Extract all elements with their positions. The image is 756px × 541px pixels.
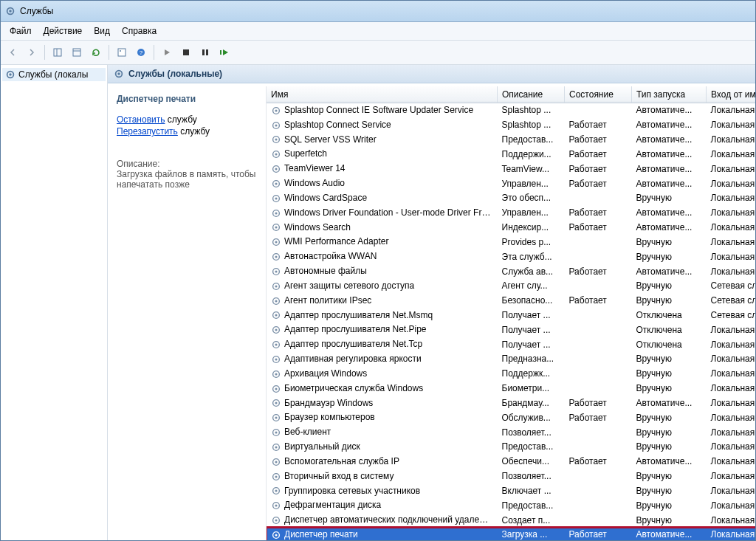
svg-point-59	[275, 402, 277, 404]
col-desc[interactable]: Описание	[498, 86, 565, 103]
svg-point-57	[275, 387, 277, 390]
description-label: Описание:	[117, 159, 257, 169]
service-row[interactable]: Агент политики IPsecБезопасно...Работает…	[267, 293, 755, 308]
refresh-button[interactable]	[87, 44, 105, 61]
menu-file[interactable]: Файл	[4, 24, 38, 38]
service-row[interactable]: Дефрагментация дискаПредостав...ВручнуюЛ…	[267, 498, 755, 513]
forward-button[interactable]	[23, 44, 41, 61]
service-row[interactable]: Виртуальный дискПредостав...ВручнуюЛокал…	[267, 440, 755, 455]
svg-rect-6	[118, 49, 126, 56]
service-row[interactable]: Диспетчер автоматических подключений уда…	[267, 513, 755, 528]
svg-point-45	[275, 300, 277, 302]
service-row[interactable]: Архивация WindowsПоддержк...ВручнуюЛокал…	[267, 366, 755, 381]
svg-point-65	[275, 446, 277, 448]
service-row[interactable]: Адаптер прослушивателя Net.PipeПолучает …	[267, 323, 755, 337]
titlebar: Службы	[1, 1, 755, 22]
svg-point-61	[275, 417, 277, 419]
show-hide-tree-button[interactable]	[49, 44, 66, 61]
export-list-button[interactable]	[68, 44, 86, 61]
description-text: Загрузка файлов в память, чтобы напечата…	[117, 169, 257, 190]
service-row[interactable]: Вспомогательная служба IPОбеспечи...Рабо…	[267, 454, 755, 469]
service-row[interactable]: Адаптивная регулировка яркостиПредназна.…	[267, 352, 755, 367]
service-row[interactable]: Адаптер прослушивателя Net.TcpПолучает .…	[267, 337, 755, 352]
properties-button[interactable]	[113, 44, 131, 61]
services-grid[interactable]: Имя Описание Состояние Тип запуска Вход …	[267, 86, 755, 540]
svg-rect-11	[202, 49, 205, 55]
tree-root-item[interactable]: Службы (локалы	[2, 68, 106, 81]
service-row[interactable]: Биометрическая служба WindowsБиометри...…	[267, 381, 755, 396]
svg-point-51	[275, 344, 277, 346]
svg-point-31	[275, 197, 277, 199]
stop-link[interactable]: Остановить	[117, 114, 165, 125]
detail-pane: Диспетчер печати Остановить службу Перез…	[108, 86, 267, 540]
svg-point-39	[275, 256, 277, 258]
svg-point-75	[275, 519, 277, 521]
service-row[interactable]: Windows SearchИндексир...РаботаетАвтомат…	[267, 220, 755, 235]
window-title: Службы	[20, 6, 53, 16]
back-button[interactable]	[4, 44, 21, 61]
svg-point-63	[275, 431, 277, 433]
service-row[interactable]: Splashtop Connect IE Software Updater Se…	[267, 103, 755, 118]
col-start[interactable]: Тип запуска	[632, 86, 707, 103]
service-row[interactable]: Веб-клиентПозволяет...ВручнуюЛокальная с…	[267, 425, 755, 440]
svg-point-37	[275, 241, 277, 244]
app-icon	[5, 6, 16, 16]
service-row[interactable]: SQL Server VSS WriterПредостав...Работае…	[267, 132, 755, 147]
gear-icon	[5, 69, 16, 80]
service-row[interactable]: Браузер компьютеровОбслужив...РаботаетВр…	[267, 410, 755, 425]
svg-point-35	[275, 227, 277, 229]
col-name[interactable]: Имя	[267, 86, 498, 103]
col-logon[interactable]: Вход от имени	[707, 86, 756, 103]
service-row[interactable]: Автономные файлыСлужба ав...РаботаетАвто…	[267, 264, 755, 279]
panel-header: Службы (локальные)	[108, 65, 755, 83]
service-row[interactable]: WMI Performance AdapterProvides p...Вруч…	[267, 235, 755, 249]
svg-point-47	[275, 314, 277, 317]
svg-rect-2	[54, 49, 61, 56]
tree-pane: Службы (локалы	[1, 65, 108, 540]
menubar: Файл Действие Вид Справка	[1, 22, 755, 41]
svg-point-67	[275, 461, 277, 463]
col-state[interactable]: Состояние	[565, 86, 632, 103]
menu-action[interactable]: Действие	[38, 24, 89, 38]
svg-point-55	[275, 373, 277, 375]
help-button[interactable]: ?	[132, 44, 150, 61]
service-row[interactable]: Автонастройка WWANЭта служб...ВручнуюЛок…	[267, 249, 755, 264]
svg-point-43	[275, 285, 277, 287]
service-row[interactable]: Windows AudioУправлен...РаботаетАвтомати…	[267, 176, 755, 191]
tree-root-label: Службы (локалы	[18, 69, 88, 80]
svg-point-19	[275, 109, 277, 111]
service-row[interactable]: SuperfetchПоддержи...РаботаетАвтоматиче.…	[267, 147, 755, 162]
service-row[interactable]: Windows Driver Foundation - User-mode Dr…	[267, 205, 755, 220]
svg-text:?: ?	[140, 49, 143, 56]
svg-point-71	[275, 490, 277, 492]
restart-service-button[interactable]	[216, 44, 233, 61]
svg-point-29	[275, 182, 277, 185]
svg-point-17	[117, 72, 120, 75]
svg-point-27	[275, 168, 277, 170]
service-row[interactable]: Агент защиты сетевого доступаАгент слу..…	[267, 278, 755, 293]
service-row[interactable]: Диспетчер печатиЗагрузка ...РаботаетАвто…	[267, 528, 755, 540]
gear-icon	[114, 69, 124, 79]
svg-rect-4	[73, 49, 80, 56]
svg-rect-10	[183, 49, 189, 55]
svg-point-69	[275, 475, 277, 478]
service-row[interactable]: Группировка сетевых участниковВключает .…	[267, 483, 755, 498]
service-row[interactable]: Адаптер прослушивателя Net.MsmqПолучает …	[267, 308, 755, 323]
svg-point-7	[120, 50, 121, 52]
svg-point-15	[9, 73, 12, 76]
restart-link[interactable]: Перезапустить	[117, 126, 178, 137]
svg-rect-12	[206, 49, 208, 55]
pause-service-button[interactable]	[196, 44, 214, 61]
service-row[interactable]: TeamViewer 14TeamView...РаботаетАвтомати…	[267, 162, 755, 176]
menu-view[interactable]: Вид	[88, 24, 116, 38]
menu-help[interactable]: Справка	[116, 24, 162, 38]
svg-point-53	[275, 358, 277, 360]
stop-service-button[interactable]	[177, 44, 195, 61]
service-row[interactable]: Splashtop Connect ServiceSplashtop ...Ра…	[267, 117, 755, 132]
start-service-button[interactable]	[158, 44, 176, 61]
svg-point-41	[275, 270, 277, 272]
service-row[interactable]: Брандмауэр WindowsБрандмау...РаботаетАвт…	[267, 396, 755, 410]
svg-point-73	[275, 505, 277, 507]
service-row[interactable]: Windows CardSpaceЭто обесп...ВручнуюЛока…	[267, 190, 755, 205]
service-row[interactable]: Вторичный вход в системуПозволяет...Вруч…	[267, 469, 755, 483]
